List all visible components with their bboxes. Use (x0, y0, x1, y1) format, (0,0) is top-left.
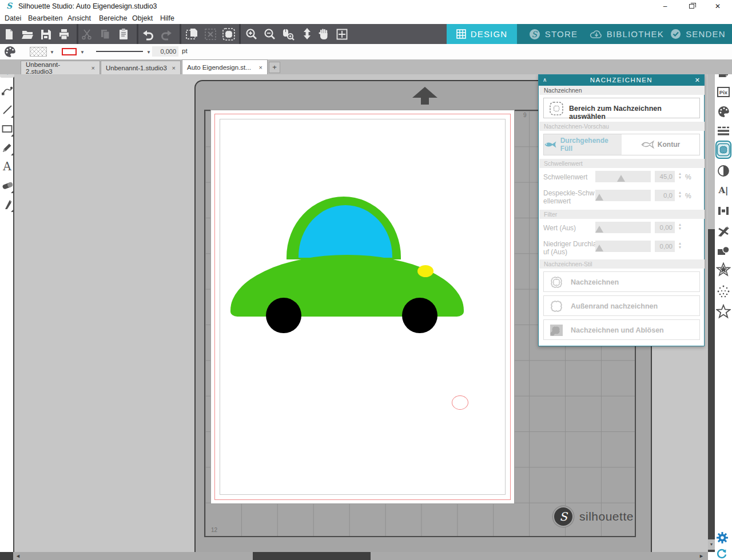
eraser-tool[interactable] (0, 177, 14, 194)
tab-close-icon[interactable]: × (92, 65, 95, 71)
shading-tool[interactable] (716, 163, 731, 178)
zoom-out-button[interactable] (262, 26, 278, 42)
point-edit-tool[interactable] (0, 82, 14, 99)
boolean-ops-tool[interactable] (716, 243, 731, 258)
pixscan-tool[interactable]: Pix (716, 85, 731, 99)
tab-unbenannt-2[interactable]: Unbenannt-2.studio3 × (21, 61, 100, 74)
trace-tool-active[interactable] (715, 141, 731, 159)
horizontal-scroll-thumb[interactable] (253, 552, 371, 560)
text-tool[interactable]: A (0, 158, 14, 175)
threshold-value[interactable]: 45,0 (655, 171, 675, 182)
rectangle-tool[interactable] (0, 120, 14, 137)
lowpass-value[interactable]: 0,00 (655, 241, 675, 252)
stroke-width-input[interactable]: 0,000 (152, 46, 178, 57)
panel-close-icon[interactable]: ✕ (695, 77, 700, 84)
threshold-slider[interactable] (595, 171, 651, 182)
despeckle-value[interactable]: 0,0 (655, 190, 675, 201)
value-spinner[interactable]: ▲▼ (677, 222, 683, 230)
slider-marker[interactable] (617, 175, 625, 182)
menu-hilfe[interactable]: Hilfe (160, 14, 174, 22)
knife-tool[interactable] (0, 195, 14, 213)
menu-ansicht[interactable]: Ansicht (67, 14, 91, 22)
cut-button[interactable] (79, 26, 95, 42)
vertical-scroll-thumb[interactable] (708, 70, 715, 229)
drag-zoom-button[interactable] (299, 26, 315, 42)
scroll-left-button[interactable]: ◄ (15, 553, 21, 559)
settings-gear-icon[interactable] (716, 531, 729, 544)
line-style-sample[interactable] (96, 51, 143, 52)
fill-pattern-swatch[interactable] (30, 47, 47, 57)
new-tab-button[interactable]: + (269, 62, 280, 73)
menu-objekt[interactable]: Objekt (132, 14, 153, 22)
design-page[interactable] (210, 110, 515, 504)
draw-tool[interactable] (0, 139, 14, 156)
value-slider[interactable] (595, 222, 651, 233)
line-color-dropdown-icon[interactable]: ▼ (80, 50, 85, 55)
line-style-dropdown-icon[interactable]: ▼ (146, 50, 151, 55)
trace-selection-button[interactable] (221, 26, 237, 42)
car-headlight-shape[interactable] (417, 265, 433, 277)
select-trace-area-button[interactable]: Bereich zum Nachzeichnen auswählen (543, 98, 700, 118)
tab-close-icon[interactable]: × (172, 65, 176, 71)
tab-auto-eigendesign[interactable]: Auto Eigendesign.st... × (182, 59, 268, 74)
new-document-button[interactable] (1, 26, 17, 42)
close-button[interactable]: ✕ (708, 0, 727, 13)
open-button[interactable] (19, 26, 35, 42)
car-front-wheel-shape[interactable] (402, 298, 437, 333)
trace-panel-header[interactable]: ∧ NACHZEICHNEN ✕ (539, 75, 704, 86)
zoom-in-button[interactable] (244, 26, 260, 42)
ellipse-object[interactable] (452, 395, 468, 410)
undo-button[interactable] (140, 26, 156, 42)
lowpass-slider[interactable] (595, 241, 651, 252)
restore-button[interactable] (682, 0, 701, 13)
car-rear-wheel-shape[interactable] (266, 298, 301, 333)
trace-and-detach-button[interactable]: Nachzeichnen und Ablösen (543, 319, 700, 340)
minimize-button[interactable]: – (655, 0, 675, 13)
pan-button[interactable] (316, 26, 332, 42)
scroll-right-button[interactable]: ► (699, 553, 704, 559)
menu-datei[interactable]: Datei (5, 14, 21, 22)
text-options-tool[interactable]: A| (716, 183, 731, 198)
nav-tab-design[interactable]: DESIGN (447, 24, 517, 44)
refresh-icon[interactable] (716, 549, 727, 560)
menu-bearbeiten[interactable]: Bearbeiten (28, 14, 62, 22)
menu-bereiche[interactable]: Bereiche (99, 14, 127, 22)
stipple-tool[interactable] (716, 284, 731, 299)
slider-marker[interactable] (595, 194, 603, 201)
fit-to-page-button[interactable] (334, 26, 350, 42)
nav-tab-send[interactable]: SENDEN (664, 24, 732, 44)
nav-tab-library[interactable]: BIBLIOTHEK (590, 24, 664, 44)
scroll-down-button[interactable]: ▼ (708, 539, 715, 550)
value-value[interactable]: 0,00 (655, 222, 675, 233)
redo-button[interactable] (158, 26, 174, 42)
despeckle-spinner[interactable]: ▲▼ (677, 190, 683, 198)
horizontal-scrollbar[interactable]: ◄ ► (0, 552, 732, 560)
style-tool[interactable] (716, 304, 731, 319)
delete-selection-button[interactable] (202, 26, 218, 42)
tab-close-icon[interactable]: × (259, 64, 262, 71)
line-color-swatch[interactable] (62, 48, 77, 55)
line-tool[interactable] (0, 101, 14, 118)
offset-tool[interactable] (716, 262, 731, 277)
slider-marker[interactable] (595, 245, 603, 251)
nav-tab-store[interactable]: S STORE (517, 24, 590, 44)
paste-button[interactable] (116, 26, 132, 42)
trace-button[interactable]: Nachzeichnen (543, 271, 700, 292)
fill-options-tool[interactable] (716, 104, 731, 119)
print-button[interactable] (56, 26, 72, 42)
transform-tool[interactable] (716, 203, 731, 218)
slider-marker[interactable] (595, 226, 603, 233)
solid-fill-toggle[interactable]: Durchgehende Füll (544, 134, 622, 155)
vertical-scrollbar[interactable]: ▲ ▼ (708, 61, 715, 552)
color-palette-icon[interactable] (3, 45, 17, 61)
tab-unbenannt-1[interactable]: Unbenannt-1.studio3 × (101, 61, 181, 74)
fill-dropdown-icon[interactable]: ▼ (50, 50, 54, 55)
line-style-tool[interactable] (716, 123, 731, 138)
despeckle-slider[interactable] (595, 190, 651, 201)
copy-button[interactable] (97, 26, 113, 42)
modify-tool[interactable] (716, 225, 731, 239)
duplicate-selection-button[interactable] (184, 26, 200, 42)
lowpass-spinner[interactable]: ▲▼ (677, 241, 683, 249)
threshold-spinner[interactable]: ▲▼ (677, 171, 683, 179)
trace-outer-edge-button[interactable]: Außenrand nachzeichnen (543, 295, 700, 316)
